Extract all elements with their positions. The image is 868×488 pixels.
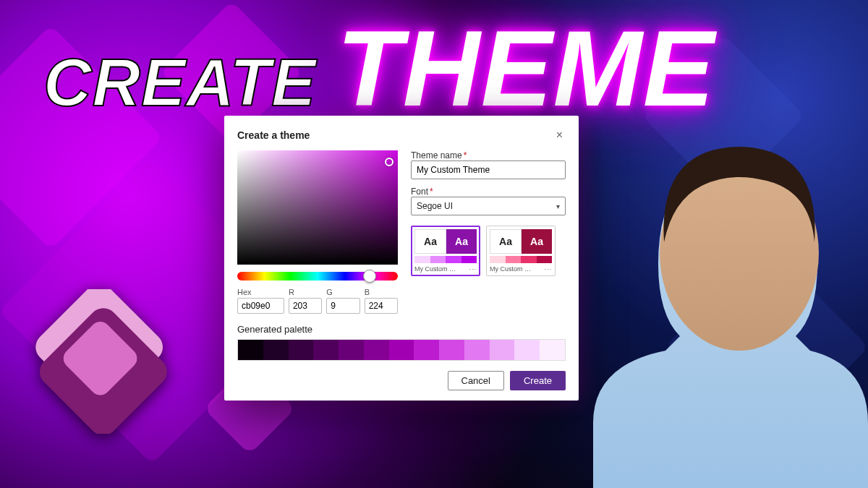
theme-name-input[interactable]	[411, 160, 566, 179]
theme-name-label: Theme name*	[411, 150, 566, 160]
palette-swatch	[464, 340, 490, 360]
palette-swatch	[389, 340, 414, 360]
headline-word-create: Create	[43, 45, 316, 121]
theme-preview-card[interactable]: AaAaMy Custom …···	[486, 226, 556, 276]
hex-input[interactable]	[237, 298, 284, 314]
palette-swatch	[263, 340, 289, 360]
r-input[interactable]	[289, 298, 322, 314]
hex-label: Hex	[237, 288, 284, 296]
r-label: R	[289, 288, 322, 296]
preview-sample-dark: Aa	[446, 229, 477, 254]
preview-palette	[490, 256, 552, 263]
generated-palette	[237, 339, 566, 361]
preview-sample-light: Aa	[414, 229, 446, 254]
b-input[interactable]	[365, 298, 398, 314]
g-input[interactable]	[326, 298, 359, 314]
presenter-photo	[550, 61, 868, 488]
g-label: G	[326, 288, 359, 296]
sv-handle[interactable]	[385, 158, 393, 166]
palette-swatch	[439, 340, 464, 360]
palette-swatch	[514, 340, 540, 360]
preview-palette	[414, 256, 477, 263]
create-theme-dialog: Create a theme × Hex R G	[224, 116, 579, 401]
preview-sample-light: Aa	[490, 229, 522, 254]
palette-swatch	[364, 340, 389, 360]
dialog-title: Create a theme	[237, 129, 310, 141]
palette-swatch	[490, 340, 515, 360]
more-icon[interactable]: ···	[469, 265, 477, 273]
palette-swatch	[238, 340, 263, 360]
palette-swatch	[289, 340, 314, 360]
palette-swatch	[313, 340, 339, 360]
font-select[interactable]: Segoe UI ▾	[411, 197, 566, 215]
saturation-value-picker[interactable]	[237, 150, 398, 265]
generated-palette-label: Generated palette	[237, 324, 566, 335]
preview-name: My Custom …	[414, 265, 456, 273]
palette-swatch	[414, 340, 439, 360]
font-select-value: Segoe UI	[417, 201, 453, 211]
preview-sample-dark: Aa	[522, 229, 552, 254]
palette-swatch	[339, 340, 364, 360]
font-label: Font*	[411, 187, 566, 197]
b-label: B	[365, 288, 398, 296]
cancel-button[interactable]: Cancel	[448, 371, 504, 390]
powerapps-logo-icon	[29, 289, 174, 434]
theme-preview-card[interactable]: AaAaMy Custom …···	[411, 226, 480, 276]
hue-slider[interactable]	[237, 272, 398, 281]
preview-name: My Custom …	[490, 265, 531, 273]
hue-handle[interactable]	[363, 270, 376, 283]
